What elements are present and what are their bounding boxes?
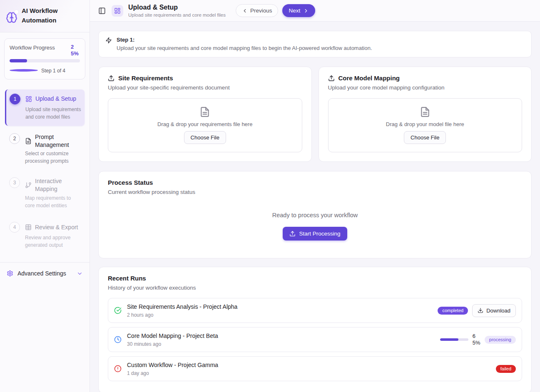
step-label: Interactive Mapping bbox=[35, 177, 81, 193]
sidebar-item-review-export[interactable]: 4 Review & Export Review and approve gen… bbox=[5, 218, 85, 254]
previous-button-label: Previous bbox=[250, 7, 272, 14]
chevron-down-icon bbox=[77, 270, 83, 277]
card-subtitle: Upload your site-specific requirements d… bbox=[108, 84, 302, 91]
run-progress-bar-fill bbox=[440, 338, 458, 341]
sidebar-item-prompt-management[interactable]: 2 Prompt Management Select or customize … bbox=[5, 129, 85, 170]
run-row-completed: Site Requirements Analysis - Project Alp… bbox=[108, 298, 522, 323]
run-progress-bar bbox=[440, 338, 468, 341]
step-label: Upload & Setup bbox=[35, 95, 76, 103]
next-button[interactable]: Next bbox=[282, 4, 315, 17]
brand-badge-dot bbox=[15, 10, 18, 14]
advanced-settings-label: Advanced Settings bbox=[17, 270, 72, 277]
step-number: 3 bbox=[9, 177, 20, 188]
run-name: Custom Workflow - Project Gamma bbox=[127, 362, 218, 368]
upload-icon bbox=[328, 75, 335, 82]
brain-icon bbox=[6, 12, 17, 23]
progress-percent: 25% bbox=[71, 44, 80, 58]
git-branch-icon bbox=[25, 182, 32, 189]
file-text-icon bbox=[25, 138, 32, 144]
app-title: AI Workflow Automation bbox=[22, 6, 68, 25]
requirements-dropzone[interactable]: Drag & drop your requirements file here … bbox=[108, 98, 302, 152]
file-text-icon bbox=[199, 107, 210, 117]
clock-icon bbox=[114, 336, 122, 343]
step-number: 2 bbox=[9, 133, 20, 144]
run-name: Core Model Mapping - Project Beta bbox=[127, 332, 218, 339]
file-text-icon bbox=[420, 107, 431, 117]
alert-circle-icon bbox=[114, 365, 122, 372]
banner-step-title: Step 1: bbox=[117, 37, 372, 43]
step-label: Review & Export bbox=[35, 223, 78, 231]
card-title: Core Model Mapping bbox=[338, 74, 400, 82]
process-status-card: Process Status Current workflow processi… bbox=[98, 171, 532, 258]
banner-step-description: Upload your site requirements and core m… bbox=[117, 45, 372, 51]
progress-label: Workflow Progress bbox=[10, 44, 55, 58]
run-time: 30 minutes ago bbox=[127, 341, 218, 347]
zap-icon bbox=[105, 37, 112, 51]
previous-button[interactable]: Previous bbox=[236, 4, 279, 17]
step-description: Upload site requirements and core model … bbox=[25, 106, 81, 121]
step-number: 4 bbox=[9, 222, 20, 233]
download-icon bbox=[478, 308, 483, 313]
download-button-label: Download bbox=[486, 308, 510, 314]
site-requirements-card: Site Requirements Upload your site-speci… bbox=[98, 67, 312, 162]
drop-hint-text: Drag & drop your model file here bbox=[386, 121, 464, 127]
step-nav: 1 Upload & Setup Upload site requirement… bbox=[0, 84, 90, 258]
step-dot bbox=[10, 69, 38, 72]
recent-runs-title: Recent Runs bbox=[108, 275, 522, 282]
status-badge: completed bbox=[438, 307, 468, 315]
progress-bar-fill bbox=[10, 59, 27, 62]
sidebar-item-interactive-mapping[interactable]: 3 Interactive Mapping Map requirements t… bbox=[5, 173, 85, 214]
recent-runs-card: Recent Runs History of your workflow exe… bbox=[98, 267, 532, 392]
progress-step-text: Step 1 of 4 bbox=[41, 67, 70, 74]
card-title: Site Requirements bbox=[118, 74, 173, 82]
next-button-label: Next bbox=[289, 7, 300, 14]
layout-dashboard-icon bbox=[25, 96, 32, 102]
start-processing-button[interactable]: Start Processing bbox=[283, 227, 347, 241]
choose-file-button[interactable]: Choose File bbox=[404, 131, 446, 144]
chevron-left-icon bbox=[242, 8, 248, 14]
gear-icon bbox=[7, 270, 13, 277]
recent-runs-subtitle: History of your workflow executions bbox=[108, 285, 522, 291]
card-subtitle: Upload your core model mapping configura… bbox=[328, 84, 523, 91]
chevron-right-icon bbox=[303, 8, 309, 14]
process-status-subtitle: Current workflow processing status bbox=[108, 189, 522, 195]
workflow-progress-card: Workflow Progress 25% Step 1 of 4 bbox=[4, 38, 85, 79]
step-description: Map requirements to core model entities bbox=[25, 194, 81, 209]
page-header: Upload & Setup Upload site requirements … bbox=[90, 0, 540, 22]
check-circle-icon bbox=[114, 307, 122, 314]
page-icon-layout-dashboard-icon bbox=[112, 5, 123, 17]
ready-status-text: Ready to process your workflow bbox=[108, 212, 522, 218]
step-description: Review and approve generated output bbox=[25, 234, 81, 249]
run-row-failed: Custom Workflow - Project Gamma 1 day ag… bbox=[108, 356, 522, 381]
progress-bar bbox=[10, 59, 80, 62]
table-icon bbox=[25, 224, 32, 231]
model-dropzone[interactable]: Drag & drop your model file here Choose … bbox=[328, 98, 523, 152]
step-description: Select or customize processing prompts bbox=[25, 150, 81, 165]
advanced-settings-toggle[interactable]: Advanced Settings bbox=[0, 263, 90, 284]
run-name: Site Requirements Analysis - Project Alp… bbox=[127, 303, 237, 310]
page-title: Upload & Setup bbox=[128, 4, 226, 11]
start-processing-label: Start Processing bbox=[299, 231, 340, 237]
run-progress-percent: 65% bbox=[473, 333, 480, 347]
drop-hint-text: Drag & drop your requirements file here bbox=[157, 121, 252, 127]
sidebar: AI Workflow Automation Workflow Progress… bbox=[0, 0, 90, 392]
status-badge: failed bbox=[496, 365, 516, 373]
download-button[interactable]: Download bbox=[472, 304, 516, 317]
upload-icon bbox=[289, 231, 296, 237]
run-row-processing: Core Model Mapping - Project Beta 30 min… bbox=[108, 327, 522, 352]
choose-file-button[interactable]: Choose File bbox=[184, 131, 226, 144]
step-number: 1 bbox=[10, 94, 20, 104]
panel-left-icon[interactable] bbox=[98, 7, 106, 15]
status-badge: processing bbox=[485, 336, 516, 344]
run-time: 2 hours ago bbox=[127, 312, 237, 318]
step-label: Prompt Management bbox=[35, 133, 81, 149]
brand-header: AI Workflow Automation bbox=[0, 0, 90, 32]
sidebar-item-upload-setup[interactable]: 1 Upload & Setup Upload site requirement… bbox=[5, 89, 85, 126]
main-content: Step 1: Upload your site requirements an… bbox=[90, 22, 540, 392]
core-model-mapping-card: Core Model Mapping Upload your core mode… bbox=[319, 67, 532, 162]
run-time: 1 day ago bbox=[127, 370, 218, 376]
process-status-title: Process Status bbox=[108, 179, 522, 186]
page-subtitle: Upload site requirements and core model … bbox=[128, 12, 226, 17]
step-info-banner: Step 1: Upload your site requirements an… bbox=[98, 31, 532, 57]
upload-icon bbox=[108, 75, 114, 82]
